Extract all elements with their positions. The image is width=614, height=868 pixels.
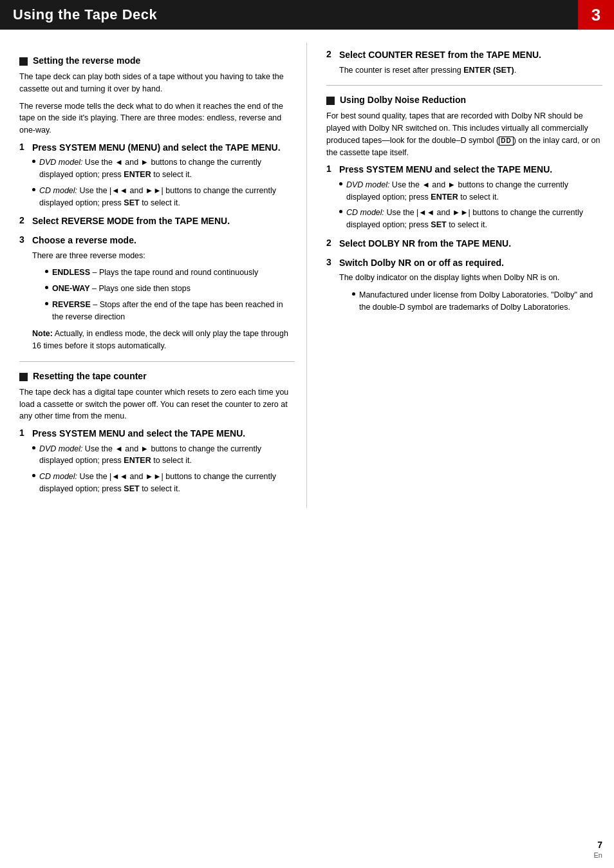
section-icon [326, 97, 335, 105]
bullet-item: ENDLESS – Plays the tape round and round… [45, 267, 295, 279]
section-title-reverse: Setting the reverse mode [33, 55, 140, 66]
section-title-dolby: Using Dolby Noise Reduction [340, 95, 466, 105]
divider [326, 85, 602, 86]
bullet-item: Manufactured under license from Dolby La… [352, 289, 602, 314]
footer-page-number: 7 [597, 840, 602, 850]
bullet-item: DVD model: Use the ◄ and ► buttons to ch… [339, 179, 602, 203]
section-heading-counter: Resetting the tape counter [19, 371, 295, 381]
step-1-counter-bullets: DVD model: Use the ◄ and ► buttons to ch… [32, 443, 295, 495]
step-2-reverse: 2 Select REVERSE MODE from the TAPE MENU… [19, 215, 295, 228]
reverse-para1: The tape deck can play both sides of a t… [19, 71, 295, 95]
step-1-counter-header: 1 Press SYSTEM MENU and select the TAPE … [19, 428, 295, 440]
step-3-reverse: 3 Choose a reverse mode. There are three… [19, 234, 295, 352]
double-d-symbol: DD [499, 137, 513, 146]
bullet-dot [339, 182, 342, 185]
bullet-dot [32, 160, 35, 163]
section-icon [19, 373, 28, 381]
step-1-header: 1 Press SYSTEM MENU (MENU) and select th… [19, 142, 295, 155]
step-2-counter: 2 Select COUNTER RESET from the TAPE MEN… [326, 49, 602, 76]
bullet-item: DVD model: Use the ◄ and ► buttons to ch… [32, 443, 295, 467]
step-1-counter: 1 Press SYSTEM MENU and select the TAPE … [19, 428, 295, 495]
bullet-item: CD model: Use the |◄◄ and ►►| buttons to… [32, 185, 295, 209]
bullet-dot [45, 302, 48, 305]
bullet-item: CD model: Use the |◄◄ and ►►| buttons to… [32, 471, 295, 495]
bullet-dot [352, 292, 355, 296]
bullet-item: REVERSE – Stops after the end of the tap… [45, 299, 295, 323]
chapter-number: 3 [578, 0, 614, 30]
divider [19, 361, 295, 362]
step-2-dolby-header: 2 Select DOLBY NR from the TAPE MENU. [326, 238, 602, 250]
page-footer: 7 En [594, 840, 602, 859]
step-1-bullets: DVD model: Use the ◄ and ► buttons to ch… [32, 156, 295, 209]
main-content: Setting the reverse mode The tape deck c… [0, 30, 614, 521]
step-3-dolby-body: The dolby indicator on the display light… [339, 272, 602, 313]
step-2-dolby: 2 Select DOLBY NR from the TAPE MENU. [326, 238, 602, 250]
step-3-header: 3 Choose a reverse mode. [19, 234, 295, 247]
step-3-dolby: 3 Switch Dolby NR on or off as required.… [326, 257, 602, 314]
step-3-body: There are three reverse modes: ENDLESS –… [32, 250, 295, 352]
dolby-note-list: Manufactured under license from Dolby La… [352, 289, 602, 314]
section-heading-dolby: Using Dolby Noise Reduction [326, 95, 602, 105]
right-column: 2 Select COUNTER RESET from the TAPE MEN… [307, 42, 614, 508]
dolby-para1: For best sound quality, tapes that are r… [326, 110, 602, 158]
bullet-item: ONE-WAY – Plays one side then stops [45, 283, 295, 295]
reverse-modes-list: ENDLESS – Plays the tape round and round… [45, 267, 295, 323]
bullet-item: CD model: Use the |◄◄ and ►►| buttons to… [339, 207, 602, 231]
counter-para1: The tape deck has a digital tape counter… [19, 386, 295, 422]
footer-language: En [594, 851, 602, 859]
page-header: Using the Tape Deck 3 [0, 0, 614, 30]
step-1-dolby-header: 1 Press SYSTEM MENU and select the TAPE … [326, 164, 602, 176]
step-2-counter-header: 2 Select COUNTER RESET from the TAPE MEN… [326, 49, 602, 62]
bullet-dot [339, 210, 342, 213]
step-2-header: 2 Select REVERSE MODE from the TAPE MENU… [19, 215, 295, 228]
step-3-dolby-header: 3 Switch Dolby NR on or off as required. [326, 257, 602, 270]
bullet-dot [45, 286, 48, 289]
section-icon [19, 57, 28, 66]
bullet-item: DVD model: Use the ◄ and ► buttons to ch… [32, 156, 295, 181]
step-1-dolby-bullets: DVD model: Use the ◄ and ► buttons to ch… [339, 179, 602, 231]
step-2-counter-body: The counter is reset after pressing ENTE… [339, 64, 602, 77]
title-text: Using the Tape Deck [13, 6, 157, 23]
bullet-dot [32, 474, 35, 477]
section-heading-reverse: Setting the reverse mode [19, 55, 295, 66]
bullet-dot [32, 188, 35, 191]
page-title: Using the Tape Deck [0, 0, 578, 30]
reverse-para2: The reverse mode tells the deck what to … [19, 100, 295, 137]
note-endless: Note: Actually, in endless mode, the dec… [32, 328, 295, 352]
step-1-dolby: 1 Press SYSTEM MENU and select the TAPE … [326, 164, 602, 231]
bullet-dot [45, 270, 48, 273]
step-1-reverse: 1 Press SYSTEM MENU (MENU) and select th… [19, 142, 295, 209]
section-title-counter: Resetting the tape counter [33, 371, 147, 381]
bullet-dot [32, 446, 35, 449]
left-column: Setting the reverse mode The tape deck c… [0, 42, 307, 508]
